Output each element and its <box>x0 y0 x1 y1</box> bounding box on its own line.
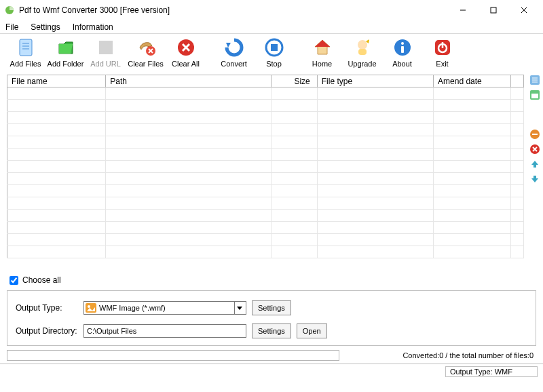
close-button[interactable] <box>508 1 539 20</box>
progress-row: Converted:0 / the total number of files:… <box>0 350 543 364</box>
folder-plus-icon <box>55 37 77 58</box>
svg-rect-9 <box>99 41 113 54</box>
stop-button[interactable]: Stop <box>255 37 293 68</box>
choose-all-checkbox[interactable] <box>10 276 18 285</box>
col-spacer <box>511 75 524 87</box>
info-icon <box>392 37 413 58</box>
svg-rect-17 <box>271 44 278 51</box>
label: Upgrade <box>348 60 376 68</box>
output-type-settings-button[interactable]: Settings <box>252 300 291 315</box>
add-url-button: Add URL <box>87 37 124 68</box>
col-filetype[interactable]: File type <box>317 75 433 87</box>
upgrade-button[interactable]: Upgrade <box>343 37 381 68</box>
add-folder-button[interactable]: Add Folder <box>47 37 84 68</box>
label: About <box>392 60 412 68</box>
svg-rect-31 <box>531 94 538 98</box>
menu-file[interactable]: File <box>5 22 18 32</box>
svg-rect-2 <box>491 7 496 13</box>
wmf-format-icon <box>86 303 96 313</box>
table-row <box>7 161 524 173</box>
home-icon <box>312 37 333 58</box>
convert-button[interactable]: Convert <box>215 37 252 68</box>
stop-icon <box>263 37 285 58</box>
table-row <box>7 87 524 100</box>
table-row <box>7 246 524 258</box>
col-filename[interactable]: File name <box>7 75 106 87</box>
col-path[interactable]: Path <box>106 75 272 87</box>
file-table[interactable]: File name Path Size File type Amend date <box>7 75 524 258</box>
minimize-button[interactable] <box>447 1 478 20</box>
chevron-down-icon <box>234 302 244 314</box>
table-row <box>7 112 524 124</box>
output-type-combo[interactable]: WMF Image (*.wmf) <box>83 301 246 315</box>
choose-all-row: Choose all <box>0 270 543 289</box>
table-row <box>7 100 524 112</box>
side-delete-icon[interactable] <box>529 144 540 155</box>
table-row <box>7 185 524 197</box>
table-row <box>7 197 524 210</box>
table-row <box>7 210 524 222</box>
label: Stop <box>266 60 282 68</box>
table-row <box>7 222 524 234</box>
svg-rect-19 <box>358 49 367 55</box>
status-output-type: Output Type: WMF <box>445 366 538 377</box>
svg-point-21 <box>401 42 404 45</box>
about-button[interactable]: About <box>383 37 421 68</box>
svg-rect-5 <box>20 39 32 56</box>
file-table-wrap: File name Path Size File type Amend date <box>0 75 527 270</box>
output-type-value: WMF Image (*.wmf) <box>99 304 234 312</box>
label: Convert <box>221 60 247 68</box>
svg-rect-33 <box>532 134 538 135</box>
url-icon <box>95 37 117 58</box>
label: Add Folder <box>48 60 84 68</box>
table-row <box>7 124 524 136</box>
menu-information[interactable]: Information <box>73 22 113 32</box>
label: Add URL <box>90 60 121 68</box>
window-title: Pdf to Wmf Converter 3000 [Free version] <box>19 5 170 15</box>
side-down-icon[interactable] <box>529 174 540 184</box>
output-dir-label: Output Directory: <box>16 326 78 336</box>
convert-icon <box>223 37 245 58</box>
output-dir-settings-button[interactable]: Settings <box>252 324 291 338</box>
table-row <box>7 149 524 161</box>
progress-bar <box>7 350 339 361</box>
side-toolbar <box>527 75 543 270</box>
clear-files-icon <box>135 37 157 58</box>
exit-button[interactable]: Exit <box>424 37 461 68</box>
clear-all-icon <box>175 37 197 58</box>
home-button[interactable]: Home <box>303 37 341 68</box>
label: Add Files <box>10 60 41 68</box>
side-up-icon[interactable] <box>529 159 540 170</box>
side-folder-icon[interactable] <box>529 90 540 100</box>
choose-all-label: Choose all <box>22 275 61 285</box>
converted-status: Converted:0 / the total number of files:… <box>346 351 536 359</box>
clear-files-button[interactable]: Clear Files <box>127 37 164 68</box>
table-row <box>7 136 524 149</box>
add-files-button[interactable]: Add Files <box>7 37 44 68</box>
menu-bar: File Settings Information <box>0 20 543 34</box>
col-amend[interactable]: Amend date <box>434 75 511 87</box>
label: Exit <box>436 60 448 68</box>
side-remove-icon[interactable] <box>529 129 540 140</box>
menu-settings[interactable]: Settings <box>31 22 60 32</box>
maximize-button[interactable] <box>478 1 508 20</box>
output-dir-open-button[interactable]: Open <box>297 324 327 338</box>
clear-all-button[interactable]: Clear All <box>167 37 204 68</box>
power-icon <box>432 37 453 58</box>
svg-point-38 <box>88 305 90 308</box>
svg-point-18 <box>358 40 367 50</box>
svg-rect-22 <box>401 46 404 53</box>
output-panel: Output Type: WMF Image (*.wmf) Settings … <box>7 290 536 346</box>
label: Clear All <box>172 60 200 68</box>
toolbar: Add Files Add Folder Add URL Clear Files… <box>0 34 543 75</box>
file-plus-icon <box>15 37 37 58</box>
status-bar: Output Type: WMF <box>0 364 543 378</box>
col-size[interactable]: Size <box>272 75 317 87</box>
title-bar: Pdf to Wmf Converter 3000 [Free version] <box>0 0 543 20</box>
side-list-icon[interactable] <box>529 75 540 85</box>
table-row <box>7 234 524 246</box>
output-dir-input[interactable] <box>83 324 246 338</box>
upgrade-icon <box>352 37 373 58</box>
app-icon <box>4 5 15 16</box>
output-type-label: Output Type: <box>16 303 78 313</box>
